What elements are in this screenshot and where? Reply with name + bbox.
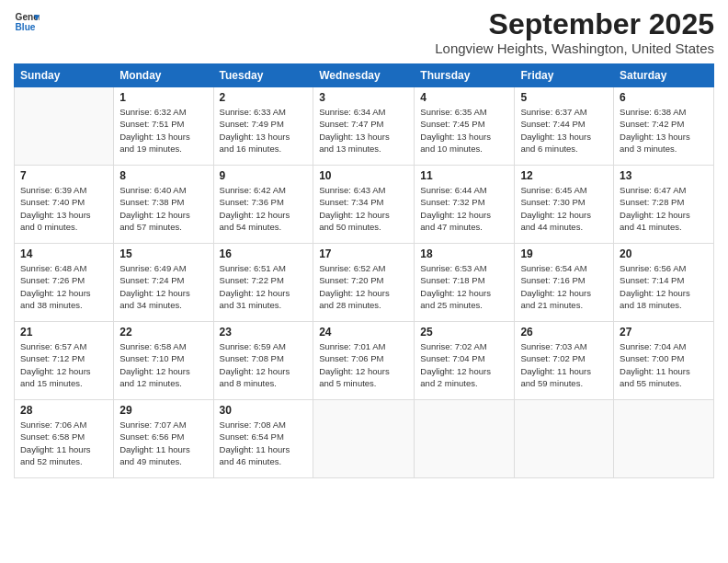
day-info: Sunrise: 6:43 AM Sunset: 7:34 PM Dayligh… xyxy=(319,184,408,233)
day-info: Sunrise: 6:47 AM Sunset: 7:28 PM Dayligh… xyxy=(620,184,708,233)
day-cell xyxy=(515,400,614,478)
day-number: 11 xyxy=(420,169,508,182)
day-cell: 7Sunrise: 6:39 AM Sunset: 7:40 PM Daylig… xyxy=(15,166,114,244)
day-number: 5 xyxy=(520,91,608,104)
week-row-4: 28Sunrise: 7:06 AM Sunset: 6:58 PM Dayli… xyxy=(15,400,714,478)
day-cell: 15Sunrise: 6:49 AM Sunset: 7:24 PM Dayli… xyxy=(114,244,213,322)
day-number: 25 xyxy=(420,326,508,339)
day-cell: 30Sunrise: 7:08 AM Sunset: 6:54 PM Dayli… xyxy=(213,400,313,478)
day-cell: 8Sunrise: 6:40 AM Sunset: 7:38 PM Daylig… xyxy=(114,166,213,244)
day-info: Sunrise: 6:59 AM Sunset: 7:08 PM Dayligh… xyxy=(220,340,308,389)
day-number: 1 xyxy=(119,91,207,104)
weekday-header-sunday: Sunday xyxy=(15,64,114,87)
day-cell: 20Sunrise: 6:56 AM Sunset: 7:14 PM Dayli… xyxy=(614,244,714,322)
day-cell: 4Sunrise: 6:35 AM Sunset: 7:45 PM Daylig… xyxy=(415,87,515,166)
day-info: Sunrise: 6:53 AM Sunset: 7:18 PM Dayligh… xyxy=(420,262,508,311)
day-info: Sunrise: 6:48 AM Sunset: 7:26 PM Dayligh… xyxy=(20,262,108,311)
day-number: 14 xyxy=(20,247,108,260)
day-cell: 17Sunrise: 6:52 AM Sunset: 7:20 PM Dayli… xyxy=(313,244,415,322)
day-number: 3 xyxy=(319,91,408,104)
day-info: Sunrise: 7:08 AM Sunset: 6:54 PM Dayligh… xyxy=(220,419,308,467)
location-title: Longview Heights, Washington, United Sta… xyxy=(435,40,714,56)
day-info: Sunrise: 6:52 AM Sunset: 7:20 PM Dayligh… xyxy=(319,262,408,311)
day-cell: 18Sunrise: 6:53 AM Sunset: 7:18 PM Dayli… xyxy=(415,244,515,322)
month-title: September 2025 xyxy=(435,9,714,39)
day-number: 27 xyxy=(620,326,708,339)
day-cell: 5Sunrise: 6:37 AM Sunset: 7:44 PM Daylig… xyxy=(515,87,614,166)
svg-text:Blue: Blue xyxy=(16,22,36,32)
day-number: 19 xyxy=(520,247,608,260)
header: General Blue September 2025 Longview Hei… xyxy=(14,9,714,56)
day-cell: 1Sunrise: 6:32 AM Sunset: 7:51 PM Daylig… xyxy=(114,87,213,166)
weekday-header-saturday: Saturday xyxy=(614,64,714,87)
day-cell: 25Sunrise: 7:02 AM Sunset: 7:04 PM Dayli… xyxy=(415,322,515,400)
day-cell xyxy=(313,400,415,478)
day-info: Sunrise: 6:39 AM Sunset: 7:40 PM Dayligh… xyxy=(20,184,108,233)
day-cell: 11Sunrise: 6:44 AM Sunset: 7:32 PM Dayli… xyxy=(415,166,515,244)
day-cell xyxy=(15,87,114,166)
day-info: Sunrise: 7:06 AM Sunset: 6:58 PM Dayligh… xyxy=(20,419,108,467)
day-info: Sunrise: 7:03 AM Sunset: 7:02 PM Dayligh… xyxy=(520,340,608,389)
day-info: Sunrise: 6:49 AM Sunset: 7:24 PM Dayligh… xyxy=(119,262,207,311)
day-number: 24 xyxy=(319,326,408,339)
day-number: 12 xyxy=(520,169,608,182)
day-number: 30 xyxy=(220,404,308,417)
day-number: 20 xyxy=(620,247,708,260)
day-info: Sunrise: 6:32 AM Sunset: 7:51 PM Dayligh… xyxy=(119,106,207,155)
day-number: 29 xyxy=(119,404,207,417)
day-cell: 26Sunrise: 7:03 AM Sunset: 7:02 PM Dayli… xyxy=(515,322,614,400)
day-number: 9 xyxy=(220,169,308,182)
calendar-table: SundayMondayTuesdayWednesdayThursdayFrid… xyxy=(14,63,714,478)
day-number: 6 xyxy=(620,91,708,104)
day-number: 23 xyxy=(220,326,308,339)
week-row-1: 7Sunrise: 6:39 AM Sunset: 7:40 PM Daylig… xyxy=(15,166,714,244)
day-info: Sunrise: 7:07 AM Sunset: 6:56 PM Dayligh… xyxy=(119,419,207,467)
day-cell: 12Sunrise: 6:45 AM Sunset: 7:30 PM Dayli… xyxy=(515,166,614,244)
day-cell: 13Sunrise: 6:47 AM Sunset: 7:28 PM Dayli… xyxy=(614,166,714,244)
day-info: Sunrise: 6:38 AM Sunset: 7:42 PM Dayligh… xyxy=(620,106,708,155)
day-cell: 2Sunrise: 6:33 AM Sunset: 7:49 PM Daylig… xyxy=(213,87,313,166)
week-row-2: 14Sunrise: 6:48 AM Sunset: 7:26 PM Dayli… xyxy=(15,244,714,322)
day-cell: 29Sunrise: 7:07 AM Sunset: 6:56 PM Dayli… xyxy=(114,400,213,478)
weekday-header-thursday: Thursday xyxy=(415,64,515,87)
day-number: 28 xyxy=(20,404,108,417)
day-info: Sunrise: 7:02 AM Sunset: 7:04 PM Dayligh… xyxy=(420,340,508,389)
weekday-header-wednesday: Wednesday xyxy=(313,64,415,87)
day-info: Sunrise: 6:56 AM Sunset: 7:14 PM Dayligh… xyxy=(620,262,708,311)
day-number: 10 xyxy=(319,169,408,182)
day-cell: 3Sunrise: 6:34 AM Sunset: 7:47 PM Daylig… xyxy=(313,87,415,166)
day-info: Sunrise: 6:44 AM Sunset: 7:32 PM Dayligh… xyxy=(420,184,508,233)
day-info: Sunrise: 6:57 AM Sunset: 7:12 PM Dayligh… xyxy=(20,340,108,389)
day-number: 2 xyxy=(220,91,308,104)
day-cell: 22Sunrise: 6:58 AM Sunset: 7:10 PM Dayli… xyxy=(114,322,213,400)
day-cell: 27Sunrise: 7:04 AM Sunset: 7:00 PM Dayli… xyxy=(614,322,714,400)
day-info: Sunrise: 6:34 AM Sunset: 7:47 PM Dayligh… xyxy=(319,106,408,155)
day-cell: 23Sunrise: 6:59 AM Sunset: 7:08 PM Dayli… xyxy=(213,322,313,400)
day-info: Sunrise: 6:54 AM Sunset: 7:16 PM Dayligh… xyxy=(520,262,608,311)
day-cell: 19Sunrise: 6:54 AM Sunset: 7:16 PM Dayli… xyxy=(515,244,614,322)
logo: General Blue xyxy=(14,9,40,35)
day-cell: 14Sunrise: 6:48 AM Sunset: 7:26 PM Dayli… xyxy=(15,244,114,322)
day-info: Sunrise: 6:37 AM Sunset: 7:44 PM Dayligh… xyxy=(520,106,608,155)
day-cell: 24Sunrise: 7:01 AM Sunset: 7:06 PM Dayli… xyxy=(313,322,415,400)
day-number: 22 xyxy=(119,326,207,339)
weekday-header-tuesday: Tuesday xyxy=(213,64,313,87)
day-number: 18 xyxy=(420,247,508,260)
weekday-header-friday: Friday xyxy=(515,64,614,87)
day-number: 17 xyxy=(319,247,408,260)
page: General Blue September 2025 Longview Hei… xyxy=(0,0,728,563)
title-section: September 2025 Longview Heights, Washing… xyxy=(435,9,714,56)
day-info: Sunrise: 7:01 AM Sunset: 7:06 PM Dayligh… xyxy=(319,340,408,389)
day-info: Sunrise: 6:33 AM Sunset: 7:49 PM Dayligh… xyxy=(220,106,308,155)
day-number: 8 xyxy=(119,169,207,182)
day-number: 4 xyxy=(420,91,508,104)
day-info: Sunrise: 6:45 AM Sunset: 7:30 PM Dayligh… xyxy=(520,184,608,233)
day-info: Sunrise: 6:51 AM Sunset: 7:22 PM Dayligh… xyxy=(220,262,308,311)
day-cell: 9Sunrise: 6:42 AM Sunset: 7:36 PM Daylig… xyxy=(213,166,313,244)
day-cell: 28Sunrise: 7:06 AM Sunset: 6:58 PM Dayli… xyxy=(15,400,114,478)
day-cell: 21Sunrise: 6:57 AM Sunset: 7:12 PM Dayli… xyxy=(15,322,114,400)
day-number: 26 xyxy=(520,326,608,339)
day-cell: 16Sunrise: 6:51 AM Sunset: 7:22 PM Dayli… xyxy=(213,244,313,322)
day-info: Sunrise: 7:04 AM Sunset: 7:00 PM Dayligh… xyxy=(620,340,708,389)
day-cell xyxy=(415,400,515,478)
